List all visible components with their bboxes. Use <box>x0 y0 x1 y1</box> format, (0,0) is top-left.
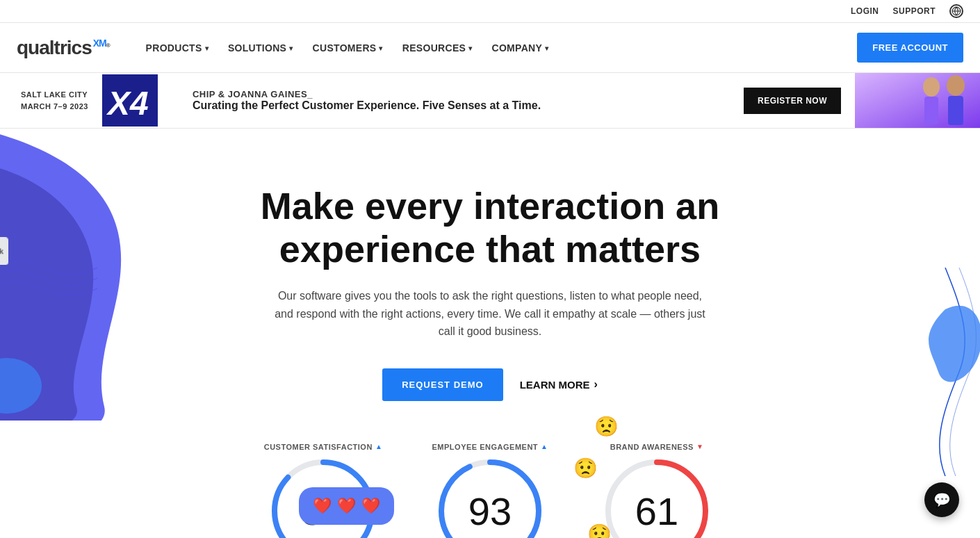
request-demo-button[interactable]: REQUEST DEMO <box>382 368 503 401</box>
svg-text:X4: X4 <box>106 85 149 122</box>
chevron-down-icon: ▾ <box>205 44 209 52</box>
nav-item-resources[interactable]: RESOURCES ▾ <box>394 37 481 59</box>
banner-date: SALT LAKE CITY MARCH 7–9 2023 <box>21 89 88 112</box>
hero-blob-right <box>904 268 980 476</box>
support-link[interactable]: SUPPORT <box>892 6 936 16</box>
register-button[interactable]: REGISTER NOW <box>744 88 841 114</box>
svg-rect-6 <box>924 97 938 124</box>
x4-logo: X4 <box>102 74 158 127</box>
chevron-down-icon: ▾ <box>545 44 548 52</box>
stat-circle-2: 93 <box>434 455 546 538</box>
chat-bubble-illustration: ❤️ ❤️ ❤️ <box>299 487 394 525</box>
stats-row: ❤️ ❤️ ❤️ CUSTOMER SATISFACTION ▲ 87 EM <box>139 443 841 538</box>
hero-blob-left <box>0 129 132 421</box>
chat-widget-button[interactable]: 💬 <box>924 482 959 517</box>
logo-text: qualtricsXM® <box>17 37 110 59</box>
free-account-button[interactable]: FREE ACCOUNT <box>857 33 963 63</box>
hero-subtitle: Our software gives you the tools to ask … <box>275 287 705 341</box>
banner-left: SALT LAKE CITY MARCH 7–9 2023 X4 <box>0 74 179 127</box>
feedback-tab[interactable]: Feedback <box>0 238 8 266</box>
chevron-down-icon: ▾ <box>468 44 472 52</box>
nav-item-solutions[interactable]: SOLUTIONS ▾ <box>220 37 302 59</box>
nav-item-company[interactable]: COMPANY ▾ <box>484 37 557 59</box>
chat-icon: 💬 <box>933 491 951 508</box>
banner-content: CHIP & JOANNA GAINES_ Curating the Perfe… <box>179 89 744 112</box>
stat-value-2: 93 <box>468 488 512 533</box>
learn-more-button[interactable]: LEARN MORE › <box>520 378 598 391</box>
nav-item-customers[interactable]: CUSTOMERS ▾ <box>304 37 391 59</box>
stat-label-2: EMPLOYEE ENGAGEMENT ▲ <box>432 443 548 451</box>
chevron-down-icon: ▾ <box>379 44 382 52</box>
stat-brand-awareness: 😟 😟 😟 BRAND AWARENESS ▼ 61 <box>587 443 726 538</box>
emoji-worried-mid: 😟 <box>573 457 598 480</box>
stat-label-1: CUSTOMER SATISFACTION ▲ <box>264 443 383 451</box>
svg-point-7 <box>947 75 965 96</box>
stat-circle-3: 61 <box>601 455 712 538</box>
trend-up-icon: ▲ <box>375 443 382 450</box>
emoji-worried-top: 😟 <box>594 415 619 438</box>
svg-point-5 <box>923 77 940 97</box>
hero-buttons: REQUEST DEMO LEARN MORE › <box>382 368 598 401</box>
banner-tagline: Curating the Perfect Customer Experience… <box>193 99 730 112</box>
trend-down-icon: ▼ <box>696 443 703 450</box>
logo[interactable]: qualtricsXM® <box>17 37 110 59</box>
stat-employee-engagement: EMPLOYEE ENGAGEMENT ▲ 93 <box>420 443 560 538</box>
trend-up-icon-2: ▲ <box>541 443 548 450</box>
nav-item-products[interactable]: PRODUCTS ▾ <box>138 37 217 59</box>
banner-photo <box>855 73 980 129</box>
main-nav: qualtricsXM® PRODUCTS ▾ SOLUTIONS ▾ CUST… <box>0 23 980 73</box>
language-selector[interactable] <box>949 4 963 18</box>
emoji-worried-bottom: 😟 <box>587 523 612 538</box>
stat-value-3: 61 <box>635 488 678 533</box>
nav-items: PRODUCTS ▾ SOLUTIONS ▾ CUSTOMERS ▾ RESOU… <box>138 37 858 59</box>
svg-rect-8 <box>948 96 963 125</box>
hero-title: Make every interaction an experience tha… <box>247 184 733 270</box>
stat-label-3: BRAND AWARENESS ▼ <box>610 443 704 451</box>
login-link[interactable]: LOGIN <box>851 6 879 16</box>
banner-speaker: CHIP & JOANNA GAINES_ <box>193 89 730 99</box>
hero-section: Make every interaction an experience tha… <box>0 129 980 538</box>
top-bar: LOGIN SUPPORT <box>0 0 980 23</box>
arrow-right-icon: › <box>594 378 597 391</box>
event-banner: SALT LAKE CITY MARCH 7–9 2023 X4 CHIP & … <box>0 73 980 129</box>
logo-xm: XM <box>93 38 106 49</box>
logo-tm: ® <box>106 42 110 48</box>
chevron-down-icon: ▾ <box>289 44 293 52</box>
